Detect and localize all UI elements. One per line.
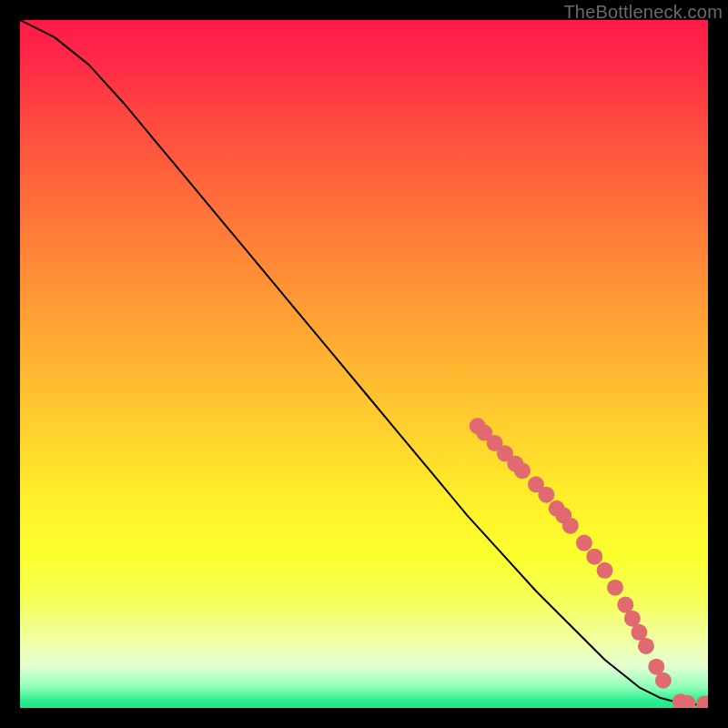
marker-point <box>638 638 654 654</box>
marker-point <box>576 535 592 551</box>
marker-point <box>586 549 602 565</box>
chart-frame: TheBottleneck.com <box>0 0 728 728</box>
marker-point <box>597 562 613 579</box>
marker-point <box>655 672 672 689</box>
markers-group <box>470 418 708 708</box>
marker-point <box>607 580 623 596</box>
watermark-text: TheBottleneck.com <box>563 2 723 23</box>
marker-point <box>538 487 554 503</box>
plot-area <box>20 20 708 708</box>
marker-point <box>514 462 531 479</box>
curve-group <box>20 20 708 704</box>
chart-svg <box>20 20 708 708</box>
marker-point <box>562 518 579 534</box>
main-curve <box>20 20 708 704</box>
